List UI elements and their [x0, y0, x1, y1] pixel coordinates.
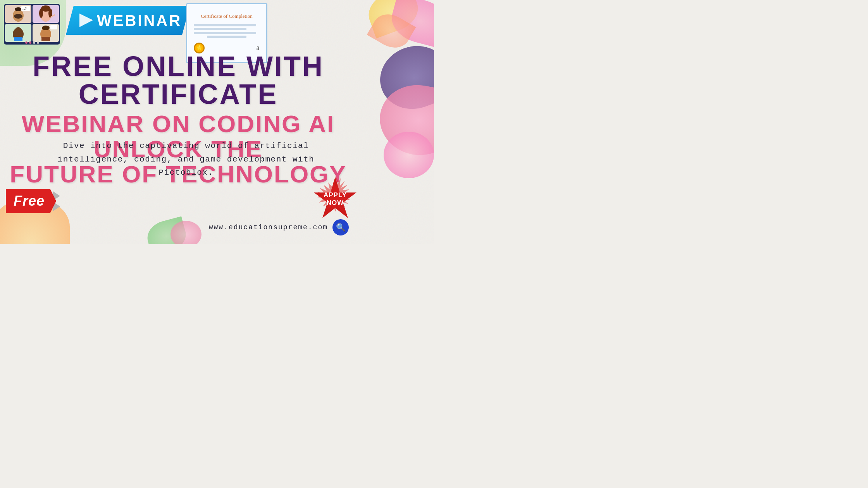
svg-point-17	[15, 27, 22, 35]
cert-line-4	[207, 36, 246, 38]
webinar-video-image: ...? ...	[4, 4, 60, 45]
free-badge[interactable]: Free	[6, 189, 60, 213]
free-label: Free	[6, 189, 56, 213]
svg-text:NOW: NOW	[327, 199, 344, 206]
deco-bottom-center	[147, 213, 217, 244]
website-url[interactable]: www.educationsupreme.com	[209, 223, 328, 231]
svg-point-22	[42, 26, 50, 30]
svg-point-26	[25, 41, 28, 44]
cert-line-1	[194, 24, 256, 26]
floral-pink-small	[384, 132, 434, 178]
svg-text:...: ...	[52, 26, 54, 29]
apply-now-container[interactable]: APPLY NOW	[312, 176, 358, 223]
svg-point-12	[39, 9, 43, 18]
svg-text:APPLY: APPLY	[324, 191, 347, 199]
svg-point-27	[29, 41, 31, 44]
deco-bc-pink	[170, 221, 202, 244]
cert-line-2	[194, 28, 246, 30]
search-icon: 🔍	[336, 223, 346, 232]
svg-text:WEBINAR: WEBINAR	[97, 12, 182, 29]
page: ...? ...	[0, 0, 434, 244]
search-icon-circle[interactable]: 🔍	[332, 219, 349, 235]
svg-point-28	[33, 41, 35, 44]
svg-rect-18	[14, 37, 22, 41]
svg-point-5	[15, 7, 22, 11]
svg-point-4	[14, 14, 22, 19]
deco-right-floral	[356, 46, 434, 182]
svg-point-29	[37, 41, 39, 44]
certificate-title: Certificate of Completion	[201, 13, 253, 19]
title-free-online: FREE ONLINE WITH CERTIFICATE	[8, 52, 349, 108]
cert-line-3	[194, 32, 256, 34]
footer-website: www.educationsupreme.com 🔍	[209, 219, 349, 235]
webinar-badge[interactable]: WEBINAR	[62, 6, 194, 35]
svg-rect-23	[41, 37, 50, 41]
svg-text:...?: ...?	[22, 7, 27, 10]
description-text: Dive into the captivating world of artif…	[50, 139, 322, 180]
certificate-lines	[194, 22, 259, 40]
